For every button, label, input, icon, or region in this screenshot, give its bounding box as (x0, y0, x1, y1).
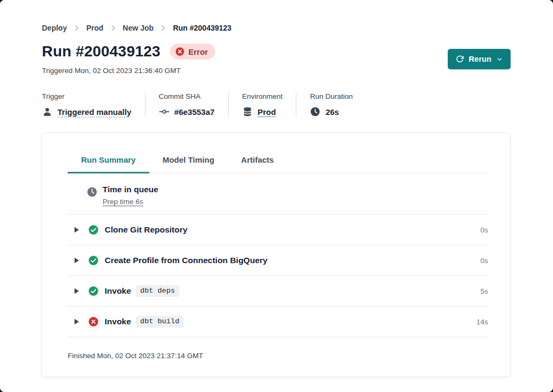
caret-right-icon[interactable] (74, 287, 79, 295)
meta-duration-value: 26s (325, 107, 339, 117)
prep-time-link[interactable]: Prep time 6s (103, 198, 143, 206)
success-icon (88, 224, 99, 235)
step-duration: 14s (476, 318, 488, 326)
meta-trigger-value[interactable]: Triggered manually (57, 107, 132, 117)
step-row-dbt-deps[interactable]: Invoke dbt deps 5s (68, 276, 488, 307)
step-duration: 0s (481, 226, 488, 234)
person-icon (42, 106, 53, 117)
error-circle-icon (175, 47, 185, 56)
app-window: Deploy Prod New Job Run #200439123 Run #… (0, 0, 553, 392)
step-label: Clone Git Repository (105, 225, 187, 235)
clock-icon (86, 186, 98, 198)
tab-model-timing[interactable]: Model Timing (149, 155, 228, 173)
step-duration: 0s (481, 257, 488, 265)
meta-trigger: Trigger Triggered manually (42, 92, 145, 117)
step-label: Create Profile from Connection BigQuery (105, 256, 267, 265)
tab-bar: Run Summary Model Timing Artifacts (68, 133, 488, 173)
queue-row: Time in queue Prep time 6s (68, 173, 488, 215)
step-duration: 5s (481, 287, 488, 295)
caret-right-icon[interactable] (74, 226, 79, 234)
status-badge: Error (170, 43, 216, 60)
queue-title: Time in queue (103, 185, 158, 194)
meta-environment-label: Environment (242, 92, 283, 100)
breadcrumb: Deploy Prod New Job Run #200439123 (42, 24, 231, 32)
page-title: Run #200439123 (42, 43, 161, 60)
meta-run-duration: Run Duration 26s (310, 92, 366, 117)
chevron-down-icon (496, 56, 503, 63)
success-icon (88, 286, 99, 296)
caret-right-icon[interactable] (74, 257, 79, 264)
chevron-right-icon (74, 25, 79, 31)
git-commit-icon (159, 106, 170, 117)
breadcrumb-item-run: Run #200439123 (173, 24, 231, 32)
triggered-timestamp: Triggered Mon, 02 Oct 2023 21:36:40 GMT (42, 67, 180, 75)
meta-duration-label: Run Duration (310, 92, 353, 100)
step-label: Invoke (105, 286, 131, 296)
meta-commit-sha: Commit SHA #6e3553a7 (159, 92, 229, 117)
rerun-button-label: Rerun (469, 55, 491, 63)
rerun-button[interactable]: Rerun (448, 49, 511, 69)
meta-commit-label: Commit SHA (159, 92, 215, 100)
success-icon (88, 255, 99, 266)
command-chip: dbt deps (136, 285, 179, 297)
breadcrumb-item-prod[interactable]: Prod (86, 24, 104, 32)
caret-right-icon[interactable] (74, 318, 79, 325)
tab-run-summary[interactable]: Run Summary (68, 155, 149, 173)
step-row-dbt-build[interactable]: Invoke dbt build 14s (68, 307, 488, 337)
run-meta-bar: Trigger Triggered manually Commit SHA #6… (42, 92, 380, 117)
chevron-right-icon (111, 25, 116, 31)
database-icon (242, 106, 253, 117)
error-icon (88, 316, 99, 327)
meta-environment: Environment Prod (242, 92, 297, 117)
run-summary-card: Run Summary Model Timing Artifacts Time … (41, 133, 511, 377)
meta-commit-value: #6e3553a7 (174, 107, 215, 117)
meta-environment-value[interactable]: Prod (258, 107, 276, 117)
breadcrumb-item-new-job[interactable]: New Job (123, 24, 154, 32)
breadcrumb-item-deploy[interactable]: Deploy (42, 24, 67, 32)
meta-trigger-label: Trigger (42, 92, 132, 100)
chevron-right-icon (161, 25, 166, 31)
clock-icon (310, 106, 321, 117)
status-badge-label: Error (188, 47, 208, 56)
finished-timestamp: Finished Mon, 02 Oct 2023 21:37:14 GMT (68, 337, 488, 374)
step-row-create-profile[interactable]: Create Profile from Connection BigQuery … (68, 245, 488, 276)
command-chip: dbt build (136, 316, 184, 328)
title-row: Run #200439123 Error (42, 43, 215, 60)
refresh-icon (456, 55, 464, 63)
step-label: Invoke (105, 317, 131, 326)
step-row-clone-git[interactable]: Clone Git Repository 0s (68, 215, 488, 245)
tab-artifacts[interactable]: Artifacts (228, 155, 287, 173)
